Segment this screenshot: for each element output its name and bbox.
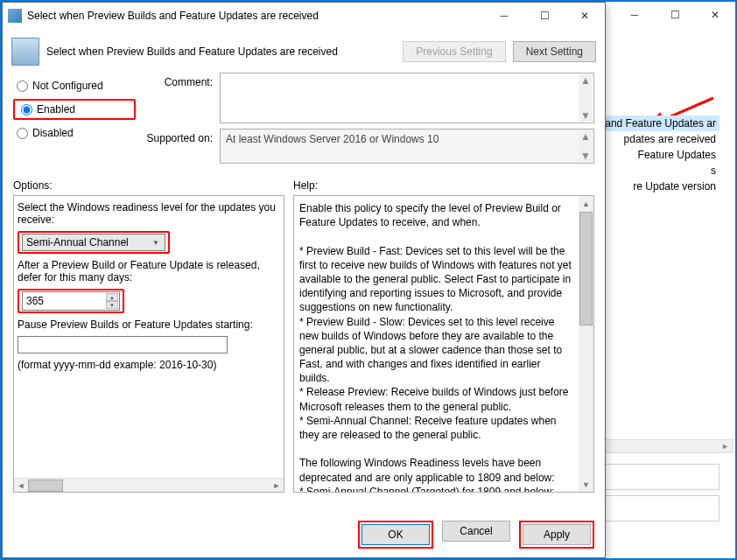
options-hscrollbar[interactable]: ◄ ►	[14, 478, 284, 492]
previous-setting-button[interactable]: Previous Setting	[403, 41, 505, 62]
radio-disabled[interactable]: Disabled	[13, 125, 136, 141]
scroll-left-icon[interactable]: ◄	[14, 479, 28, 493]
policy-dialog: Select when Preview Builds and Feature U…	[2, 2, 606, 558]
comment-label: Comment:	[143, 73, 213, 88]
pause-label: Pause Preview Builds or Feature Updates …	[18, 318, 280, 331]
supported-on-text: At least Windows Server 2016 or Windows …	[226, 133, 439, 145]
scroll-thumb[interactable]	[579, 212, 593, 326]
radio-not-configured[interactable]: Not Configured	[13, 78, 136, 94]
dialog-title: Select when Preview Builds and Feature U…	[27, 10, 484, 22]
spin-up-icon[interactable]: ▲	[106, 293, 118, 301]
radio-label: Not Configured	[32, 80, 103, 92]
spin-down-icon[interactable]: ▼	[106, 301, 118, 309]
policy-icon	[11, 38, 39, 66]
scroll-right-icon[interactable]: ►	[270, 479, 284, 493]
state-radio-group: Not Configured Enabled Disabled	[13, 73, 136, 141]
highlight-readiness: Semi-Annual Channel ▼	[18, 231, 170, 254]
help-column: Help: Enable this policy to specify the …	[293, 178, 594, 507]
policy-name: Select when Preview Builds and Feature U…	[46, 46, 396, 58]
options-column: Options: Select the Windows readiness le…	[13, 178, 284, 507]
header-row: Select when Preview Builds and Feature U…	[3, 29, 605, 67]
dialog-icon	[8, 9, 22, 23]
back-close-button[interactable]: ✕	[695, 3, 735, 27]
supported-on-box: At least Windows Server 2016 or Windows …	[220, 129, 594, 164]
highlight-ok: OK	[358, 521, 433, 549]
defer-label: After a Preview Build or Feature Update …	[18, 259, 280, 284]
dialog-button-row: OK Cancel Apply	[3, 514, 605, 557]
help-heading: Help:	[293, 178, 594, 195]
readiness-label: Select the Windows readiness level for t…	[18, 201, 280, 226]
apply-button[interactable]: Apply	[523, 524, 591, 545]
ok-button[interactable]: OK	[361, 524, 430, 545]
supported-label: Supported on:	[143, 129, 213, 144]
radio-disabled-input[interactable]	[17, 128, 28, 139]
comment-scrollbar[interactable]: ▲▼	[579, 74, 593, 122]
pause-date-input[interactable]	[18, 336, 228, 354]
back-maximize-button[interactable]: ☐	[655, 3, 695, 27]
help-panel: Enable this policy to specify the level …	[293, 195, 594, 493]
radio-enabled-input[interactable]	[21, 104, 32, 116]
comment-textarea[interactable]: ▲▼	[220, 73, 594, 123]
scroll-up-icon[interactable]: ▲	[579, 196, 593, 211]
scroll-thumb[interactable]	[28, 480, 63, 492]
defer-days-spinner[interactable]: 365 ▲ ▼	[22, 291, 120, 311]
cancel-button[interactable]: Cancel	[442, 521, 510, 542]
options-heading: Options:	[13, 178, 284, 195]
highlight-defer: 365 ▲ ▼	[18, 289, 124, 313]
highlight-enabled: Enabled	[13, 99, 136, 120]
supported-scrollbar[interactable]: ▲▼	[579, 130, 593, 162]
maximize-button[interactable]: ☐	[524, 4, 565, 28]
next-setting-button[interactable]: Next Setting	[513, 41, 596, 62]
readiness-value: Semi-Annual Channel	[26, 236, 129, 248]
help-vscrollbar[interactable]: ▲ ▼	[579, 196, 593, 492]
radio-label: Enabled	[37, 103, 75, 116]
highlight-apply: Apply	[519, 521, 594, 549]
radio-label: Disabled	[32, 127, 74, 139]
dialog-titlebar[interactable]: Select when Preview Builds and Feature U…	[3, 3, 605, 29]
minimize-button[interactable]: ─	[484, 4, 524, 28]
radio-not-configured-input[interactable]	[17, 80, 28, 92]
readiness-combobox[interactable]: Semi-Annual Channel ▼	[22, 234, 165, 251]
chevron-down-icon: ▼	[149, 236, 163, 248]
pause-hint: (format yyyy-mm-dd example: 2016-10-30)	[18, 359, 280, 371]
scroll-down-icon[interactable]: ▼	[579, 477, 593, 492]
options-panel: Select the Windows readiness level for t…	[13, 195, 284, 493]
help-text: Enable this policy to specify the level …	[299, 201, 588, 493]
close-button[interactable]: ✕	[565, 4, 605, 28]
back-minimize-button[interactable]: ─	[614, 3, 655, 27]
radio-enabled[interactable]: Enabled	[18, 102, 79, 117]
defer-days-value: 365	[26, 295, 44, 307]
